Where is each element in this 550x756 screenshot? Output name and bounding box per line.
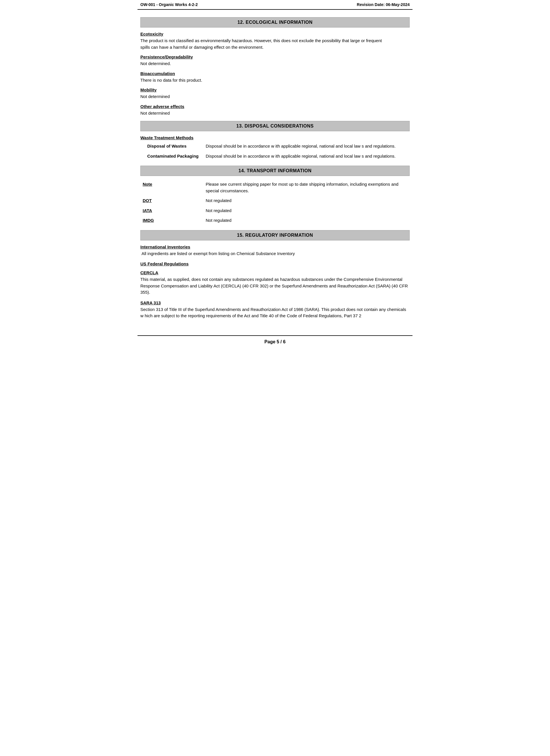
page-header: OW-001 - Organic Works 4-2-2 Revision Da… <box>138 0 412 10</box>
ecotoxicity-line2: spills can have a harmful or damaging ef… <box>140 45 264 50</box>
revision-date: Revision Date: 06-May-2024 <box>357 2 410 7</box>
disposal-of-wastes-body: Disposal should be in accordance w ith a… <box>204 141 410 151</box>
sara313-body: Section 313 of Title III of the Superfun… <box>140 306 410 319</box>
imdg-label: IMDG <box>140 216 204 226</box>
dot-body: Not regulated <box>204 196 410 206</box>
dot-row: DOT Not regulated <box>140 196 410 206</box>
cercla-label: CERCLA <box>140 270 410 275</box>
other-adverse-label: Other adverse effects <box>140 104 410 109</box>
mobility-label: Mobility <box>140 87 410 92</box>
ecotoxicity-line1: The product is not classified as environ… <box>140 38 382 43</box>
waste-treatment-block: Waste Treatment Methods Disposal of Wast… <box>140 135 410 161</box>
persistence-block: Persistence/Degradability Not determined… <box>140 54 410 67</box>
other-adverse-body: Not determined <box>140 110 410 117</box>
section13-header: 13. DISPOSAL CONSIDERATIONS <box>140 121 410 131</box>
bioaccumulation-body: There is no data for this product. <box>140 77 410 84</box>
transport-table: Note Please see current shipping paper f… <box>140 179 410 226</box>
contaminated-packaging-label: Contaminated Packaging <box>140 151 204 161</box>
page-footer: Page 5 / 6 <box>138 335 412 348</box>
international-inventories-label: International Inventories <box>140 244 410 249</box>
dot-label: DOT <box>140 196 204 206</box>
sara313-block: SARA 313 Section 313 of Title III of the… <box>140 300 410 319</box>
cercla-body: This material, as supplied, does not con… <box>140 276 410 296</box>
section12-header: 12. ECOLOGICAL INFORMATION <box>140 17 410 28</box>
iata-row: IATA Not regulated <box>140 206 410 216</box>
us-federal-regulations-label: US Federal Regulations <box>140 261 410 266</box>
ecotoxicity-body: The product is not classified as environ… <box>140 38 410 50</box>
waste-treatment-table: Disposal of Wastes Disposal should be in… <box>140 141 410 161</box>
section12-title: 12. ECOLOGICAL INFORMATION <box>238 20 312 25</box>
disposal-of-wastes-label: Disposal of Wastes <box>140 141 204 151</box>
mobility-block: Mobility Not determined <box>140 87 410 100</box>
contaminated-packaging-body: Disposal should be in accordance w ith a… <box>204 151 410 161</box>
imdg-row: IMDG Not regulated <box>140 216 410 226</box>
disposal-of-wastes-row: Disposal of Wastes Disposal should be in… <box>140 141 410 151</box>
sara313-label: SARA 313 <box>140 300 410 305</box>
international-inventories-body: All ingredients are listed or exempt fro… <box>140 250 410 257</box>
iata-body: Not regulated <box>204 206 410 216</box>
section15-header: 15. REGULATORY INFORMATION <box>140 230 410 240</box>
main-content: 12. ECOLOGICAL INFORMATION Ecotoxicity T… <box>138 10 412 327</box>
note-label: Note <box>140 179 204 196</box>
us-federal-regulations-block: US Federal Regulations <box>140 261 410 266</box>
section13-title: 13. DISPOSAL CONSIDERATIONS <box>236 124 314 128</box>
section14-header: 14. TRANSPORT INFORMATION <box>140 166 410 176</box>
bioaccumulation-block: Bioaccumulation There is no data for thi… <box>140 71 410 84</box>
ecotoxicity-label: Ecotoxicity <box>140 32 410 36</box>
bioaccumulation-label: Bioaccumulation <box>140 71 410 76</box>
revision-date-value: 06-May-2024 <box>386 2 410 7</box>
waste-treatment-label: Waste Treatment Methods <box>140 135 410 140</box>
doc-id: OW-001 - Organic Works 4-2-2 <box>140 2 198 7</box>
cercla-block: CERCLA This material, as supplied, does … <box>140 270 410 296</box>
contaminated-packaging-row: Contaminated Packaging Disposal should b… <box>140 151 410 161</box>
imdg-body: Not regulated <box>204 216 410 226</box>
note-body: Please see current shipping paper for mo… <box>204 179 410 196</box>
persistence-body: Not determined. <box>140 60 410 67</box>
persistence-label: Persistence/Degradability <box>140 54 410 59</box>
section14-title: 14. TRANSPORT INFORMATION <box>239 168 312 173</box>
ecotoxicity-block: Ecotoxicity The product is not classifie… <box>140 32 410 50</box>
mobility-body: Not determined <box>140 93 410 100</box>
page-number: Page 5 / 6 <box>265 339 285 344</box>
international-inventories-block: International Inventories All ingredient… <box>140 244 410 257</box>
section15-title: 15. REGULATORY INFORMATION <box>237 233 313 238</box>
iata-label: IATA <box>140 206 204 216</box>
other-adverse-block: Other adverse effects Not determined <box>140 104 410 117</box>
note-row: Note Please see current shipping paper f… <box>140 179 410 196</box>
revision-label: Revision Date: <box>357 2 385 7</box>
